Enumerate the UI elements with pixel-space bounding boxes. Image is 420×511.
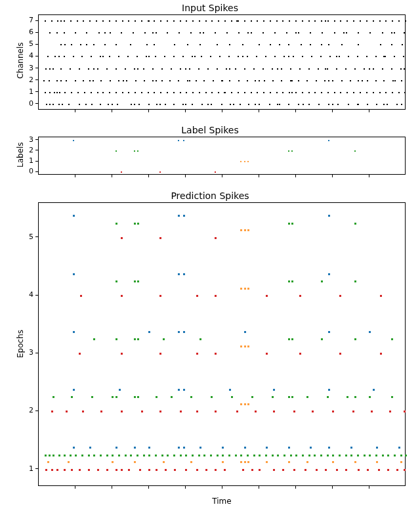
- spike: [367, 104, 368, 105]
- spike: [106, 469, 108, 471]
- spike: [274, 32, 276, 33]
- spike: [327, 92, 329, 93]
- ytick-mark: [35, 236, 38, 237]
- spike: [167, 92, 168, 93]
- spike: [226, 32, 228, 33]
- spike: [215, 353, 217, 355]
- spike: [217, 455, 219, 456]
- spike: [379, 92, 381, 93]
- spike: [383, 80, 385, 81]
- spike: [358, 80, 359, 81]
- spike: [68, 104, 70, 105]
- spike: [332, 104, 333, 105]
- spike: [160, 92, 161, 93]
- spike: [128, 469, 130, 471]
- spike: [100, 411, 102, 412]
- spike: [203, 32, 204, 33]
- spike: [259, 80, 260, 81]
- xtick-mark: [148, 175, 149, 177]
- spike: [303, 104, 304, 105]
- spike: [284, 455, 285, 456]
- spike: [394, 32, 395, 33]
- spike: [84, 92, 85, 93]
- spike: [178, 215, 180, 217]
- spike: [286, 32, 287, 33]
- spike: [102, 20, 104, 22]
- spike: [141, 20, 142, 22]
- spike: [80, 44, 81, 45]
- spike: [244, 68, 245, 70]
- spike: [329, 56, 331, 57]
- xtick-mark: [295, 486, 296, 489]
- spike: [201, 56, 202, 57]
- spike: [366, 56, 368, 57]
- spike: [106, 455, 108, 456]
- xtick-mark: [295, 175, 296, 177]
- spike: [334, 92, 335, 93]
- spike: [141, 411, 143, 412]
- spike: [159, 104, 161, 105]
- spike: [302, 92, 303, 93]
- spike: [60, 44, 62, 45]
- spike: [211, 396, 213, 398]
- spike: [394, 56, 395, 57]
- spike: [93, 80, 94, 81]
- spike: [64, 455, 66, 456]
- spike: [282, 92, 284, 93]
- spike: [277, 455, 279, 456]
- spike: [301, 44, 302, 45]
- spike: [178, 447, 180, 449]
- ytick-label: 4: [24, 51, 33, 60]
- spike: [121, 32, 122, 33]
- spike: [102, 92, 104, 93]
- spike: [144, 32, 146, 33]
- ytick-label: 1: [24, 156, 33, 165]
- spike: [100, 56, 101, 57]
- spike: [159, 411, 161, 412]
- spike: [73, 273, 75, 275]
- spike: [375, 80, 377, 81]
- spike: [273, 389, 275, 391]
- spike: [215, 32, 216, 33]
- spike: [293, 56, 294, 57]
- spike: [192, 104, 193, 105]
- spike: [308, 68, 310, 70]
- spike: [187, 80, 188, 81]
- spike: [148, 56, 150, 57]
- spike: [316, 469, 318, 471]
- spike: [130, 44, 131, 45]
- spike: [288, 223, 290, 225]
- spike: [224, 469, 226, 471]
- spike: [56, 32, 58, 33]
- spike: [219, 56, 220, 57]
- spike: [306, 80, 308, 81]
- spike: [199, 20, 200, 22]
- spike: [189, 80, 190, 81]
- spike: [247, 32, 249, 33]
- spike: [109, 56, 110, 57]
- spike: [183, 140, 184, 141]
- spike: [382, 455, 384, 456]
- spike: [251, 32, 252, 33]
- spike: [279, 104, 280, 105]
- spike: [367, 469, 369, 471]
- spike: [93, 68, 94, 70]
- spike: [298, 80, 299, 81]
- spike: [49, 32, 51, 33]
- spike: [334, 20, 335, 22]
- spike: [54, 92, 55, 93]
- spike: [97, 469, 99, 471]
- spike: [348, 56, 349, 57]
- spike: [154, 92, 155, 93]
- spike: [244, 403, 246, 405]
- spike: [68, 461, 70, 463]
- spike: [229, 389, 231, 391]
- spike: [98, 32, 100, 33]
- spike: [341, 44, 343, 45]
- spike: [46, 104, 47, 105]
- spike: [178, 389, 180, 391]
- spike: [270, 44, 271, 45]
- spike: [198, 455, 200, 456]
- spike: [403, 56, 404, 57]
- spike: [47, 56, 49, 57]
